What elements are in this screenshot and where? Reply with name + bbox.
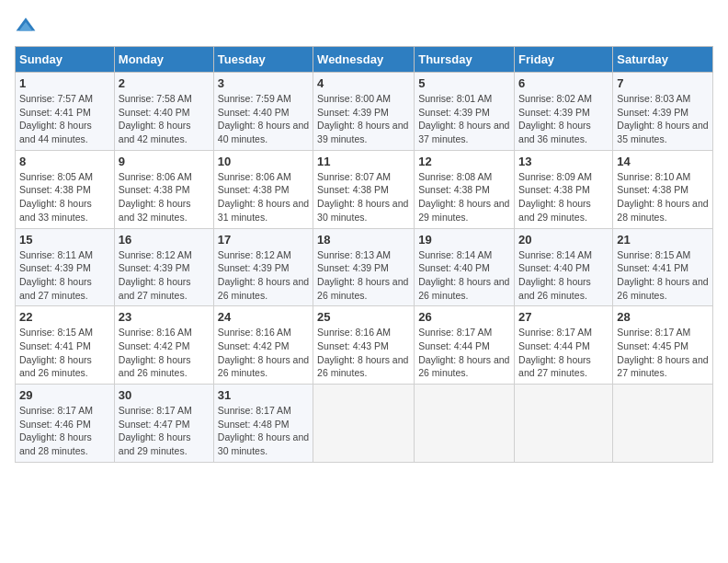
calendar-cell: 4 Sunrise: 8:00 AM Sunset: 4:39 PM Dayli… [313, 73, 415, 151]
calendar-cell [515, 385, 613, 463]
day-number: 3 [218, 76, 309, 90]
calendar-cell: 3 Sunrise: 7:59 AM Sunset: 4:40 PM Dayli… [213, 73, 313, 151]
day-number: 2 [119, 76, 210, 90]
day-detail: Sunrise: 7:59 AM Sunset: 4:40 PM Dayligh… [218, 92, 309, 146]
day-number: 9 [119, 155, 210, 168]
calendar-cell: 1 Sunrise: 7:57 AM Sunset: 4:41 PM Dayli… [16, 73, 115, 151]
day-number: 29 [19, 388, 110, 402]
calendar-header-row: SundayMondayTuesdayWednesdayThursdayFrid… [16, 47, 713, 73]
day-number: 6 [518, 76, 609, 90]
day-detail: Sunrise: 8:07 AM Sunset: 4:38 PM Dayligh… [317, 170, 410, 224]
day-detail: Sunrise: 8:01 AM Sunset: 4:39 PM Dayligh… [418, 92, 510, 146]
day-number: 19 [418, 233, 510, 247]
calendar-cell [313, 385, 415, 463]
day-detail: Sunrise: 8:00 AM Sunset: 4:39 PM Dayligh… [317, 92, 410, 146]
calendar-cell: 22 Sunrise: 8:15 AM Sunset: 4:41 PM Dayl… [16, 306, 115, 385]
day-number: 25 [317, 310, 410, 324]
day-detail: Sunrise: 7:58 AM Sunset: 4:40 PM Dayligh… [119, 92, 210, 146]
calendar-cell [415, 385, 515, 463]
day-number: 12 [418, 155, 510, 168]
day-detail: Sunrise: 8:16 AM Sunset: 4:42 PM Dayligh… [119, 326, 210, 380]
day-detail: Sunrise: 8:17 AM Sunset: 4:47 PM Dayligh… [119, 404, 210, 458]
calendar-cell: 7 Sunrise: 8:03 AM Sunset: 4:39 PM Dayli… [613, 73, 713, 151]
calendar-cell: 27 Sunrise: 8:17 AM Sunset: 4:44 PM Dayl… [515, 306, 613, 385]
day-number: 1 [19, 76, 110, 90]
calendar-cell: 11 Sunrise: 8:07 AM Sunset: 4:38 PM Dayl… [313, 150, 415, 228]
day-detail: Sunrise: 8:16 AM Sunset: 4:43 PM Dayligh… [317, 326, 410, 380]
day-detail: Sunrise: 8:11 AM Sunset: 4:39 PM Dayligh… [19, 248, 110, 303]
calendar-cell: 9 Sunrise: 8:06 AM Sunset: 4:38 PM Dayli… [114, 150, 213, 228]
day-detail: Sunrise: 8:15 AM Sunset: 4:41 PM Dayligh… [19, 326, 110, 380]
day-number: 10 [218, 155, 309, 168]
day-number: 4 [317, 76, 410, 90]
day-number: 28 [617, 310, 709, 324]
calendar-table: SundayMondayTuesdayWednesdayThursdayFrid… [15, 46, 713, 463]
day-number: 13 [518, 155, 609, 168]
calendar-cell: 10 Sunrise: 8:06 AM Sunset: 4:38 PM Dayl… [213, 150, 313, 228]
day-detail: Sunrise: 8:13 AM Sunset: 4:39 PM Dayligh… [317, 248, 410, 303]
day-detail: Sunrise: 8:03 AM Sunset: 4:39 PM Dayligh… [617, 92, 709, 146]
calendar-header-thursday: Thursday [415, 47, 515, 73]
calendar-header-tuesday: Tuesday [213, 47, 313, 73]
calendar-cell: 16 Sunrise: 8:12 AM Sunset: 4:39 PM Dayl… [114, 228, 213, 306]
calendar-week-1: 1 Sunrise: 7:57 AM Sunset: 4:41 PM Dayli… [16, 73, 713, 151]
calendar-cell: 26 Sunrise: 8:17 AM Sunset: 4:44 PM Dayl… [415, 306, 515, 385]
day-detail: Sunrise: 8:17 AM Sunset: 4:46 PM Dayligh… [19, 404, 110, 458]
calendar-cell: 5 Sunrise: 8:01 AM Sunset: 4:39 PM Dayli… [415, 73, 515, 151]
day-detail: Sunrise: 8:17 AM Sunset: 4:45 PM Dayligh… [617, 326, 709, 380]
calendar-cell: 31 Sunrise: 8:17 AM Sunset: 4:48 PM Dayl… [213, 385, 313, 463]
day-detail: Sunrise: 8:12 AM Sunset: 4:39 PM Dayligh… [218, 248, 309, 303]
day-number: 14 [617, 155, 709, 168]
day-number: 26 [418, 310, 510, 324]
day-number: 31 [218, 388, 309, 402]
calendar-cell: 13 Sunrise: 8:09 AM Sunset: 4:38 PM Dayl… [515, 150, 613, 228]
calendar-header-saturday: Saturday [613, 47, 713, 73]
calendar-cell: 17 Sunrise: 8:12 AM Sunset: 4:39 PM Dayl… [213, 228, 313, 306]
calendar-body: 1 Sunrise: 7:57 AM Sunset: 4:41 PM Dayli… [16, 73, 713, 463]
day-number: 5 [418, 76, 510, 90]
calendar-cell: 15 Sunrise: 8:11 AM Sunset: 4:39 PM Dayl… [16, 228, 115, 306]
calendar-cell: 20 Sunrise: 8:14 AM Sunset: 4:40 PM Dayl… [515, 228, 613, 306]
calendar-header-monday: Monday [114, 47, 213, 73]
day-number: 24 [218, 310, 309, 324]
calendar-cell: 2 Sunrise: 7:58 AM Sunset: 4:40 PM Dayli… [114, 73, 213, 151]
calendar-cell: 8 Sunrise: 8:05 AM Sunset: 4:38 PM Dayli… [16, 150, 115, 228]
day-detail: Sunrise: 8:06 AM Sunset: 4:38 PM Dayligh… [218, 170, 309, 224]
day-number: 27 [518, 310, 609, 324]
calendar-cell: 30 Sunrise: 8:17 AM Sunset: 4:47 PM Dayl… [114, 385, 213, 463]
calendar-week-2: 8 Sunrise: 8:05 AM Sunset: 4:38 PM Dayli… [16, 150, 713, 228]
day-number: 22 [19, 310, 110, 324]
day-number: 18 [317, 233, 410, 247]
day-detail: Sunrise: 8:14 AM Sunset: 4:40 PM Dayligh… [518, 248, 609, 303]
day-detail: Sunrise: 7:57 AM Sunset: 4:41 PM Dayligh… [19, 92, 110, 146]
calendar-cell: 23 Sunrise: 8:16 AM Sunset: 4:42 PM Dayl… [114, 306, 213, 385]
day-detail: Sunrise: 8:02 AM Sunset: 4:39 PM Dayligh… [518, 92, 609, 146]
day-detail: Sunrise: 8:05 AM Sunset: 4:38 PM Dayligh… [19, 170, 110, 224]
day-detail: Sunrise: 8:12 AM Sunset: 4:39 PM Dayligh… [119, 248, 210, 303]
logo [15, 15, 40, 37]
calendar-cell: 19 Sunrise: 8:14 AM Sunset: 4:40 PM Dayl… [415, 228, 515, 306]
calendar-cell: 12 Sunrise: 8:08 AM Sunset: 4:38 PM Dayl… [415, 150, 515, 228]
day-detail: Sunrise: 8:06 AM Sunset: 4:38 PM Dayligh… [119, 170, 210, 224]
calendar-cell: 18 Sunrise: 8:13 AM Sunset: 4:39 PM Dayl… [313, 228, 415, 306]
calendar-cell: 14 Sunrise: 8:10 AM Sunset: 4:38 PM Dayl… [613, 150, 713, 228]
calendar-week-4: 22 Sunrise: 8:15 AM Sunset: 4:41 PM Dayl… [16, 306, 713, 385]
day-detail: Sunrise: 8:09 AM Sunset: 4:38 PM Dayligh… [518, 170, 609, 224]
calendar-cell: 28 Sunrise: 8:17 AM Sunset: 4:45 PM Dayl… [613, 306, 713, 385]
day-detail: Sunrise: 8:17 AM Sunset: 4:44 PM Dayligh… [518, 326, 609, 380]
calendar-cell [613, 385, 713, 463]
day-detail: Sunrise: 8:08 AM Sunset: 4:38 PM Dayligh… [418, 170, 510, 224]
calendar-week-3: 15 Sunrise: 8:11 AM Sunset: 4:39 PM Dayl… [16, 228, 713, 306]
calendar-header-wednesday: Wednesday [313, 47, 415, 73]
day-number: 17 [218, 233, 309, 247]
day-number: 11 [317, 155, 410, 168]
day-detail: Sunrise: 8:15 AM Sunset: 4:41 PM Dayligh… [617, 248, 709, 303]
day-detail: Sunrise: 8:17 AM Sunset: 4:48 PM Dayligh… [218, 404, 309, 458]
calendar-cell: 6 Sunrise: 8:02 AM Sunset: 4:39 PM Dayli… [515, 73, 613, 151]
logo-icon [15, 15, 37, 37]
calendar-cell: 24 Sunrise: 8:16 AM Sunset: 4:42 PM Dayl… [213, 306, 313, 385]
day-detail: Sunrise: 8:10 AM Sunset: 4:38 PM Dayligh… [617, 170, 709, 224]
day-number: 30 [119, 388, 210, 402]
calendar-week-5: 29 Sunrise: 8:17 AM Sunset: 4:46 PM Dayl… [16, 385, 713, 463]
day-number: 16 [119, 233, 210, 247]
